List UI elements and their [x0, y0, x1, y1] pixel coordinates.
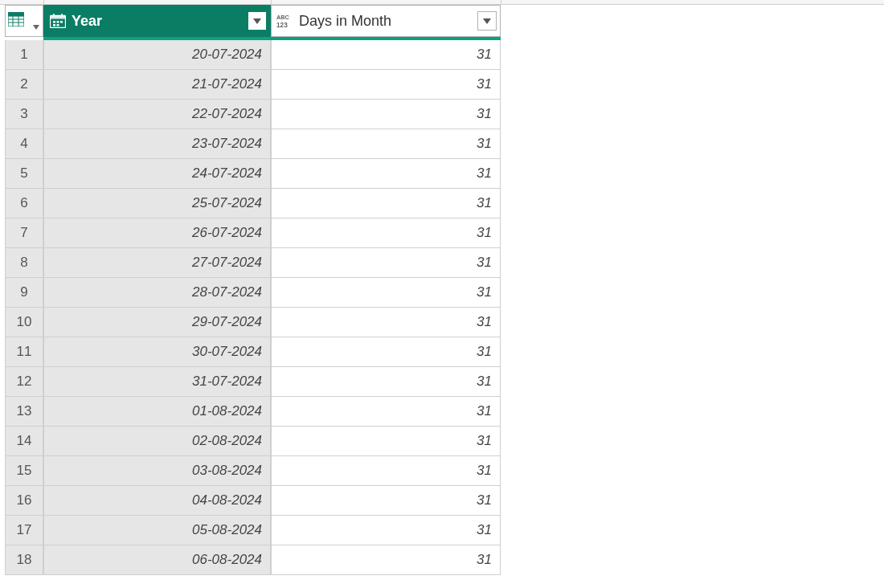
table-row[interactable]: 1301-08-202431 — [5, 397, 501, 427]
row-number[interactable]: 13 — [5, 397, 43, 427]
table-select-corner[interactable] — [5, 5, 43, 37]
cell-days[interactable]: 31 — [271, 337, 501, 367]
cell-year[interactable]: 23-07-2024 — [43, 129, 271, 159]
cell-days[interactable]: 31 — [271, 70, 501, 100]
row-number[interactable]: 16 — [5, 486, 43, 516]
cell-year[interactable]: 06-08-2024 — [43, 545, 271, 575]
cell-year[interactable]: 01-08-2024 — [43, 397, 271, 427]
table-row[interactable]: 1029-07-202431 — [5, 308, 501, 337]
row-number[interactable]: 2 — [5, 70, 43, 100]
cell-days[interactable]: 31 — [271, 129, 501, 159]
cell-year[interactable]: 28-07-2024 — [43, 278, 271, 308]
svg-marker-19 — [483, 18, 491, 24]
cell-days[interactable]: 31 — [271, 278, 501, 308]
svg-rect-0 — [8, 12, 24, 16]
cell-year[interactable]: 21-07-2024 — [43, 70, 271, 100]
cell-days[interactable]: 31 — [271, 486, 501, 516]
chevron-down-icon — [33, 18, 39, 33]
cell-year[interactable]: 31-07-2024 — [43, 367, 271, 397]
cell-year[interactable]: 30-07-2024 — [43, 337, 271, 367]
svg-marker-16 — [253, 18, 261, 24]
cell-year[interactable]: 02-08-2024 — [43, 427, 271, 456]
row-number[interactable]: 14 — [5, 427, 43, 456]
cell-days[interactable]: 31 — [271, 397, 501, 427]
cell-days[interactable]: 31 — [271, 189, 501, 218]
cell-days[interactable]: 31 — [271, 308, 501, 337]
row-number[interactable]: 5 — [5, 159, 43, 189]
row-number[interactable]: 6 — [5, 189, 43, 218]
row-number[interactable]: 7 — [5, 218, 43, 248]
svg-text:123: 123 — [276, 22, 288, 29]
row-number[interactable]: 18 — [5, 545, 43, 575]
table-row[interactable]: 524-07-202431 — [5, 159, 501, 189]
table-row[interactable]: 1806-08-202431 — [5, 545, 501, 575]
column-header-year[interactable]: Year — [43, 5, 271, 37]
row-number[interactable]: 4 — [5, 129, 43, 159]
row-number[interactable]: 9 — [5, 278, 43, 308]
svg-rect-1 — [8, 16, 24, 27]
table-row[interactable]: 322-07-202431 — [5, 100, 501, 129]
table-row[interactable]: 1705-08-202431 — [5, 516, 501, 545]
table-row[interactable]: 726-07-202431 — [5, 218, 501, 248]
svg-marker-6 — [33, 25, 39, 30]
cell-year[interactable]: 26-07-2024 — [43, 218, 271, 248]
svg-rect-12 — [57, 21, 59, 23]
svg-text:ABC: ABC — [276, 14, 290, 21]
row-number[interactable]: 1 — [5, 40, 43, 70]
cell-days[interactable]: 31 — [271, 40, 501, 70]
table-row[interactable]: 1503-08-202431 — [5, 456, 501, 486]
table-row[interactable]: 221-07-202431 — [5, 70, 501, 100]
date-type-icon — [49, 12, 67, 30]
any-type-icon: ABC 123 — [276, 12, 294, 30]
table-row[interactable]: 1402-08-202431 — [5, 427, 501, 456]
row-number[interactable]: 12 — [5, 367, 43, 397]
cell-days[interactable]: 31 — [271, 516, 501, 545]
cell-year[interactable]: 25-07-2024 — [43, 189, 271, 218]
cell-days[interactable]: 31 — [271, 100, 501, 129]
svg-rect-8 — [51, 16, 66, 19]
cell-year[interactable]: 05-08-2024 — [43, 516, 271, 545]
svg-rect-13 — [60, 21, 63, 23]
column-header-label: Days in Month — [299, 13, 473, 30]
row-number[interactable]: 11 — [5, 337, 43, 367]
svg-rect-11 — [53, 21, 55, 23]
row-number[interactable]: 10 — [5, 308, 43, 337]
table-row[interactable]: 120-07-202431 — [5, 40, 501, 70]
table-row[interactable]: 423-07-202431 — [5, 129, 501, 159]
cell-year[interactable]: 22-07-2024 — [43, 100, 271, 129]
table-row[interactable]: 1231-07-202431 — [5, 367, 501, 397]
table-icon — [8, 15, 24, 29]
top-bar — [0, 0, 884, 5]
column-header-days[interactable]: ABC 123 Days in Month — [271, 5, 501, 37]
cell-year[interactable]: 27-07-2024 — [43, 248, 271, 278]
table-row[interactable]: 625-07-202431 — [5, 189, 501, 218]
cell-year[interactable]: 29-07-2024 — [43, 308, 271, 337]
cell-days[interactable]: 31 — [271, 545, 501, 575]
table-row[interactable]: 928-07-202431 — [5, 278, 501, 308]
cell-year[interactable]: 20-07-2024 — [43, 40, 271, 70]
cell-year[interactable]: 03-08-2024 — [43, 456, 271, 486]
cell-year[interactable]: 04-08-2024 — [43, 486, 271, 516]
svg-rect-15 — [57, 24, 59, 27]
column-filter-year[interactable] — [248, 11, 267, 31]
table-row[interactable]: 827-07-202431 — [5, 248, 501, 278]
column-header-label: Year — [72, 13, 243, 30]
table-row[interactable]: 1130-07-202431 — [5, 337, 501, 367]
row-number[interactable]: 8 — [5, 248, 43, 278]
cell-days[interactable]: 31 — [271, 159, 501, 189]
table-row[interactable]: 1604-08-202431 — [5, 486, 501, 516]
row-number[interactable]: 3 — [5, 100, 43, 129]
cell-days[interactable]: 31 — [271, 367, 501, 397]
cell-days[interactable]: 31 — [271, 456, 501, 486]
cell-days[interactable]: 31 — [271, 218, 501, 248]
data-grid: Year ABC 123 Days — [5, 5, 501, 575]
cell-year[interactable]: 24-07-2024 — [43, 159, 271, 189]
column-filter-days[interactable] — [477, 11, 497, 31]
row-number[interactable]: 17 — [5, 516, 43, 545]
svg-rect-14 — [53, 24, 55, 27]
cell-days[interactable]: 31 — [271, 248, 501, 278]
cell-days[interactable]: 31 — [271, 427, 501, 456]
row-number[interactable]: 15 — [5, 456, 43, 486]
